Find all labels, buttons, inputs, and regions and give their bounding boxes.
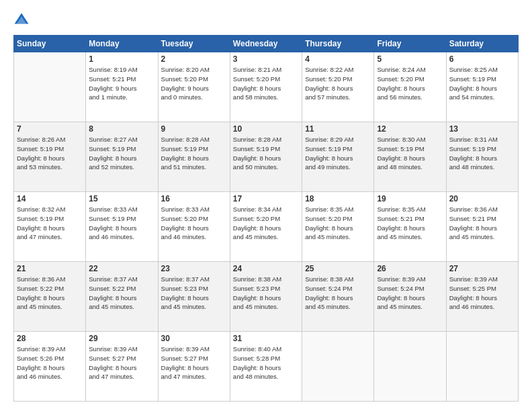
day-cell-16: 16Sunrise: 8:33 AM Sunset: 5:20 PM Dayli…	[158, 192, 230, 262]
day-number: 9	[161, 124, 227, 134]
day-info: Sunrise: 8:24 AM Sunset: 5:20 PM Dayligh…	[377, 65, 443, 102]
day-info: Sunrise: 8:21 AM Sunset: 5:20 PM Dayligh…	[233, 65, 299, 102]
day-number: 22	[89, 264, 154, 273]
day-cell-3: 3Sunrise: 8:21 AM Sunset: 5:20 PM Daylig…	[230, 52, 302, 122]
day-number: 2	[161, 54, 227, 64]
day-info: Sunrise: 8:36 AM Sunset: 5:22 PM Dayligh…	[17, 275, 83, 312]
day-number: 23	[161, 264, 227, 273]
day-info: Sunrise: 8:40 AM Sunset: 5:28 PM Dayligh…	[233, 345, 299, 381]
day-info: Sunrise: 8:38 AM Sunset: 5:23 PM Dayligh…	[233, 275, 299, 312]
day-cell-13: 13Sunrise: 8:31 AM Sunset: 5:19 PM Dayli…	[446, 122, 518, 192]
weekday-header-friday: Friday	[374, 36, 446, 52]
day-cell-30: 30Sunrise: 8:39 AM Sunset: 5:27 PM Dayli…	[158, 332, 230, 402]
day-number: 25	[305, 264, 371, 273]
day-cell-8: 8Sunrise: 8:27 AM Sunset: 5:19 PM Daylig…	[86, 122, 158, 192]
weekday-header-row: SundayMondayTuesdayWednesdayThursdayFrid…	[14, 36, 519, 52]
day-info: Sunrise: 8:19 AM Sunset: 5:21 PM Dayligh…	[89, 65, 154, 102]
day-info: Sunrise: 8:39 AM Sunset: 5:27 PM Dayligh…	[161, 345, 227, 381]
day-number: 7	[17, 124, 83, 134]
day-cell-21: 21Sunrise: 8:36 AM Sunset: 5:22 PM Dayli…	[14, 262, 86, 332]
day-number: 19	[377, 194, 443, 203]
day-cell-17: 17Sunrise: 8:34 AM Sunset: 5:20 PM Dayli…	[230, 192, 302, 262]
day-number: 15	[89, 194, 154, 203]
empty-cell	[302, 332, 374, 402]
day-info: Sunrise: 8:38 AM Sunset: 5:24 PM Dayligh…	[305, 275, 371, 312]
day-info: Sunrise: 8:37 AM Sunset: 5:23 PM Dayligh…	[161, 275, 227, 312]
day-cell-5: 5Sunrise: 8:24 AM Sunset: 5:20 PM Daylig…	[374, 52, 446, 122]
day-cell-19: 19Sunrise: 8:35 AM Sunset: 5:21 PM Dayli…	[374, 192, 446, 262]
page: SundayMondayTuesdayWednesdayThursdayFrid…	[0, 0, 532, 411]
day-number: 20	[449, 194, 515, 203]
empty-cell	[14, 52, 86, 122]
day-info: Sunrise: 8:25 AM Sunset: 5:19 PM Dayligh…	[449, 65, 515, 102]
empty-cell	[374, 332, 446, 402]
day-info: Sunrise: 8:30 AM Sunset: 5:19 PM Dayligh…	[377, 135, 443, 172]
day-info: Sunrise: 8:31 AM Sunset: 5:19 PM Dayligh…	[449, 135, 515, 172]
day-cell-1: 1Sunrise: 8:19 AM Sunset: 5:21 PM Daylig…	[86, 52, 158, 122]
day-cell-10: 10Sunrise: 8:28 AM Sunset: 5:19 PM Dayli…	[230, 122, 302, 192]
day-cell-15: 15Sunrise: 8:33 AM Sunset: 5:19 PM Dayli…	[86, 192, 158, 262]
week-row-2: 7Sunrise: 8:26 AM Sunset: 5:19 PM Daylig…	[14, 122, 519, 192]
week-row-4: 21Sunrise: 8:36 AM Sunset: 5:22 PM Dayli…	[14, 262, 519, 332]
week-row-3: 14Sunrise: 8:32 AM Sunset: 5:19 PM Dayli…	[14, 192, 519, 262]
day-number: 24	[233, 264, 299, 273]
day-cell-27: 27Sunrise: 8:39 AM Sunset: 5:25 PM Dayli…	[446, 262, 518, 332]
day-number: 10	[233, 124, 299, 134]
day-cell-14: 14Sunrise: 8:32 AM Sunset: 5:19 PM Dayli…	[14, 192, 86, 262]
day-number: 18	[305, 194, 371, 203]
day-number: 28	[17, 334, 83, 343]
day-cell-22: 22Sunrise: 8:37 AM Sunset: 5:22 PM Dayli…	[86, 262, 158, 332]
day-cell-23: 23Sunrise: 8:37 AM Sunset: 5:23 PM Dayli…	[158, 262, 230, 332]
day-number: 14	[17, 194, 83, 203]
day-number: 13	[449, 124, 515, 134]
day-cell-31: 31Sunrise: 8:40 AM Sunset: 5:28 PM Dayli…	[230, 332, 302, 402]
logo	[13, 12, 32, 28]
day-number: 5	[377, 54, 443, 64]
week-row-1: 1Sunrise: 8:19 AM Sunset: 5:21 PM Daylig…	[14, 52, 519, 122]
day-info: Sunrise: 8:39 AM Sunset: 5:24 PM Dayligh…	[377, 275, 443, 312]
day-info: Sunrise: 8:39 AM Sunset: 5:27 PM Dayligh…	[89, 345, 154, 381]
day-number: 12	[377, 124, 443, 134]
day-info: Sunrise: 8:22 AM Sunset: 5:20 PM Dayligh…	[305, 65, 371, 102]
day-number: 3	[233, 54, 299, 64]
day-number: 16	[161, 194, 227, 203]
day-cell-25: 25Sunrise: 8:38 AM Sunset: 5:24 PM Dayli…	[302, 262, 374, 332]
empty-cell	[446, 332, 518, 402]
day-info: Sunrise: 8:33 AM Sunset: 5:20 PM Dayligh…	[161, 205, 227, 242]
day-info: Sunrise: 8:34 AM Sunset: 5:20 PM Dayligh…	[233, 205, 299, 242]
day-cell-6: 6Sunrise: 8:25 AM Sunset: 5:19 PM Daylig…	[446, 52, 518, 122]
day-info: Sunrise: 8:28 AM Sunset: 5:19 PM Dayligh…	[161, 135, 227, 172]
weekday-header-wednesday: Wednesday	[230, 36, 302, 52]
day-info: Sunrise: 8:32 AM Sunset: 5:19 PM Dayligh…	[17, 205, 83, 242]
day-cell-20: 20Sunrise: 8:36 AM Sunset: 5:21 PM Dayli…	[446, 192, 518, 262]
day-number: 4	[305, 54, 371, 64]
day-number: 30	[161, 334, 227, 343]
day-number: 6	[449, 54, 515, 64]
day-info: Sunrise: 8:37 AM Sunset: 5:22 PM Dayligh…	[89, 275, 154, 312]
weekday-header-monday: Monday	[86, 36, 158, 52]
day-cell-7: 7Sunrise: 8:26 AM Sunset: 5:19 PM Daylig…	[14, 122, 86, 192]
day-cell-12: 12Sunrise: 8:30 AM Sunset: 5:19 PM Dayli…	[374, 122, 446, 192]
day-cell-4: 4Sunrise: 8:22 AM Sunset: 5:20 PM Daylig…	[302, 52, 374, 122]
day-cell-28: 28Sunrise: 8:39 AM Sunset: 5:26 PM Dayli…	[14, 332, 86, 402]
day-info: Sunrise: 8:27 AM Sunset: 5:19 PM Dayligh…	[89, 135, 154, 172]
day-number: 21	[17, 264, 83, 273]
day-info: Sunrise: 8:35 AM Sunset: 5:20 PM Dayligh…	[305, 205, 371, 242]
day-number: 26	[377, 264, 443, 273]
day-info: Sunrise: 8:35 AM Sunset: 5:21 PM Dayligh…	[377, 205, 443, 242]
day-cell-29: 29Sunrise: 8:39 AM Sunset: 5:27 PM Dayli…	[86, 332, 158, 402]
weekday-header-saturday: Saturday	[446, 36, 518, 52]
day-number: 11	[305, 124, 371, 134]
day-info: Sunrise: 8:39 AM Sunset: 5:26 PM Dayligh…	[17, 345, 83, 381]
day-info: Sunrise: 8:29 AM Sunset: 5:19 PM Dayligh…	[305, 135, 371, 172]
day-cell-11: 11Sunrise: 8:29 AM Sunset: 5:19 PM Dayli…	[302, 122, 374, 192]
day-info: Sunrise: 8:33 AM Sunset: 5:19 PM Dayligh…	[89, 205, 154, 242]
calendar-table: SundayMondayTuesdayWednesdayThursdayFrid…	[13, 35, 519, 402]
header	[13, 12, 519, 28]
day-info: Sunrise: 8:26 AM Sunset: 5:19 PM Dayligh…	[17, 135, 83, 172]
day-info: Sunrise: 8:36 AM Sunset: 5:21 PM Dayligh…	[449, 205, 515, 242]
weekday-header-tuesday: Tuesday	[158, 36, 230, 52]
day-cell-24: 24Sunrise: 8:38 AM Sunset: 5:23 PM Dayli…	[230, 262, 302, 332]
day-number: 27	[449, 264, 515, 273]
day-number: 31	[233, 334, 299, 343]
